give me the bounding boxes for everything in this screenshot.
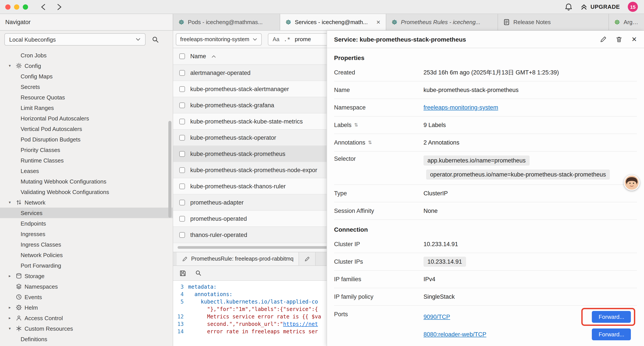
expand-collapse-icon[interactable]: ⇅	[368, 140, 372, 145]
sidebar-scrollbar[interactable]	[168, 121, 172, 218]
row-checkbox[interactable]	[179, 86, 185, 92]
kubeconfig-select[interactable]: Local Kubeconfigs	[4, 33, 146, 45]
item-label: Config Maps	[20, 73, 52, 79]
kubernetes-icon: ☸	[392, 18, 398, 26]
expand-collapse-icon[interactable]: ⇅	[354, 122, 358, 128]
property-row-created: Created 253d 16h 6m ago (2025年1月13日 GMT+…	[334, 64, 637, 81]
dock-tab-partial[interactable]	[299, 252, 316, 265]
sidebar-item-helm[interactable]: ▸ Helm	[0, 302, 173, 313]
service-name: prometheus-operated	[190, 215, 247, 222]
user-avatar[interactable]	[624, 175, 640, 191]
item-label: Storage	[24, 273, 44, 279]
sidebar-item-definitions[interactable]: Definitions	[0, 334, 173, 344]
trash-icon[interactable]	[616, 36, 623, 43]
dock-tab-prometheusrule[interactable]: PrometheusRule: freeleaps-prod-rabbitmq	[177, 252, 299, 265]
sidebar-item-resource-quotas[interactable]: Resource Quotas	[0, 92, 173, 102]
tab-argo[interactable]: ☸ Argo Se	[609, 14, 644, 30]
item-label: Horizontal Pod Autoscalers	[20, 115, 89, 122]
sidebar-item-network-policies[interactable]: Network Policies	[0, 250, 173, 260]
select-all-checkbox[interactable]	[179, 53, 185, 59]
upgrade-button[interactable]: UPGRADE	[580, 3, 620, 10]
connection-row-cluster-ips: Cluster IPs 10.233.14.91	[334, 253, 637, 271]
tab-pods[interactable]: ☸ Pods - icecheng@mathmas...	[173, 14, 280, 30]
port-link[interactable]: 9090/TCP	[424, 314, 450, 320]
row-checkbox[interactable]	[179, 151, 185, 157]
back-icon[interactable]	[40, 3, 47, 10]
kubernetes-icon: ☸	[614, 18, 620, 26]
kubernetes-icon: ☸	[286, 18, 291, 26]
sidebar-item-horizontal-pod-autoscalers[interactable]: Horizontal Pod Autoscalers	[0, 113, 173, 123]
row-checkbox[interactable]	[179, 70, 185, 75]
notification-count-badge[interactable]: 15	[628, 2, 638, 12]
regex-toggle[interactable]: .*	[284, 36, 290, 42]
name-column-header[interactable]: Name	[190, 53, 206, 59]
notification-bell-icon[interactable]	[565, 3, 572, 11]
forward-button[interactable]: Forward...	[592, 329, 631, 340]
sidebar-item-pod-disruption-budgets[interactable]: Pod Disruption Budgets	[0, 134, 173, 145]
sidebar-item-config-maps[interactable]: Config Maps	[0, 71, 173, 81]
tab-services[interactable]: ☸ Services - icecheng@math... ✕	[280, 14, 386, 30]
property-value[interactable]: 9 Labels	[424, 122, 446, 128]
item-label: Limit Ranges	[20, 104, 54, 111]
sidebar-item-network[interactable]: ▾ Network	[0, 197, 173, 208]
storage-icon	[16, 273, 24, 279]
row-checkbox[interactable]	[179, 200, 185, 205]
sidebar-item-port-forwarding[interactable]: Port Forwarding	[0, 260, 173, 271]
namespace-select[interactable]: freeleaps-monitoring-system	[176, 33, 262, 45]
row-checkbox[interactable]	[179, 183, 185, 189]
row-checkbox[interactable]	[179, 135, 185, 140]
forward-button[interactable]: Forward...	[592, 311, 631, 323]
sidebar-item-limit-ranges[interactable]: Limit Ranges	[0, 102, 173, 113]
row-checkbox[interactable]	[179, 216, 185, 221]
sidebar-item-namespaces[interactable]: Namespaces	[0, 281, 173, 292]
item-label: Leases	[20, 168, 39, 174]
search-icon[interactable]	[195, 270, 202, 276]
tab-prometheus-rules[interactable]: ☸ Prometheus Rules - icecheng...	[386, 14, 498, 30]
sidebar-item-secrets[interactable]: Secrets	[0, 81, 173, 92]
sidebar-item-storage[interactable]: ▸ Storage	[0, 271, 173, 281]
close-icon[interactable]: ✕	[632, 35, 637, 43]
sidebar-item-services[interactable]: Services	[0, 208, 173, 218]
sidebar-item-priority-classes[interactable]: Priority Classes	[0, 145, 173, 155]
sidebar-item-leases[interactable]: Leases	[0, 166, 173, 176]
property-row-annotations: Annotations⇅ 2 Annotations	[334, 134, 637, 152]
close-tab-icon[interactable]: ✕	[372, 19, 380, 25]
match-case-toggle[interactable]: Aa	[273, 36, 280, 42]
sidebar-item-mutating-webhook-configurations[interactable]: Mutating Webhook Configurations	[0, 176, 173, 187]
sidebar-item-endpoints[interactable]: Endpoints	[0, 218, 173, 229]
row-checkbox[interactable]	[179, 102, 185, 108]
tab-release-notes[interactable]: Release Notes	[498, 14, 609, 30]
property-value: kube-prometheus-stack-prometheus	[424, 87, 518, 93]
row-checkbox[interactable]	[179, 167, 185, 173]
item-label: Helm	[24, 304, 38, 311]
sidebar-item-ingresses[interactable]: Ingresses	[0, 229, 173, 239]
property-label: Name	[334, 87, 424, 93]
sidebar-item-validating-webhook-configurations[interactable]: Validating Webhook Configurations	[0, 187, 173, 197]
sidebar-item-custom-resources[interactable]: ▾ Custom Resources	[0, 323, 173, 334]
sidebar-item-cron-jobs[interactable]: Cron Jobs	[0, 50, 173, 60]
pencil-icon	[304, 256, 310, 262]
forward-icon[interactable]	[55, 3, 63, 10]
row-checkbox[interactable]	[179, 118, 185, 124]
property-value[interactable]: 2 Annotations	[424, 139, 460, 146]
save-icon[interactable]	[179, 270, 186, 277]
sidebar-item-config[interactable]: ▾ Config	[0, 60, 173, 71]
line-number: 4	[173, 291, 188, 298]
close-window-button[interactable]	[5, 4, 10, 9]
sidebar-item-runtime-classes[interactable]: Runtime Classes	[0, 155, 173, 166]
namespace-link[interactable]: freeleaps-monitoring-system	[424, 104, 498, 111]
maximize-window-button[interactable]	[23, 4, 28, 9]
tab-label: Services - icecheng@math...	[295, 19, 368, 25]
port-link[interactable]: 8080:reloader-web/TCP	[424, 331, 486, 338]
search-icon[interactable]	[152, 36, 159, 43]
edit-icon[interactable]	[600, 36, 607, 43]
sidebar-item-vertical-pod-autoscalers[interactable]: Vertical Pod Autoscalers	[0, 123, 173, 134]
service-name: thanos-ruler-operated	[190, 232, 247, 238]
row-checkbox[interactable]	[179, 232, 185, 238]
property-row-selector: Selector app.kubernetes.io/name=promethe…	[334, 152, 637, 185]
sidebar-item-access-control[interactable]: ▸ Access Control	[0, 313, 173, 323]
minimize-window-button[interactable]	[14, 4, 19, 9]
property-value: None	[424, 208, 438, 214]
sidebar-item-ingress-classes[interactable]: Ingress Classes	[0, 239, 173, 250]
sidebar-item-events[interactable]: Events	[0, 292, 173, 302]
